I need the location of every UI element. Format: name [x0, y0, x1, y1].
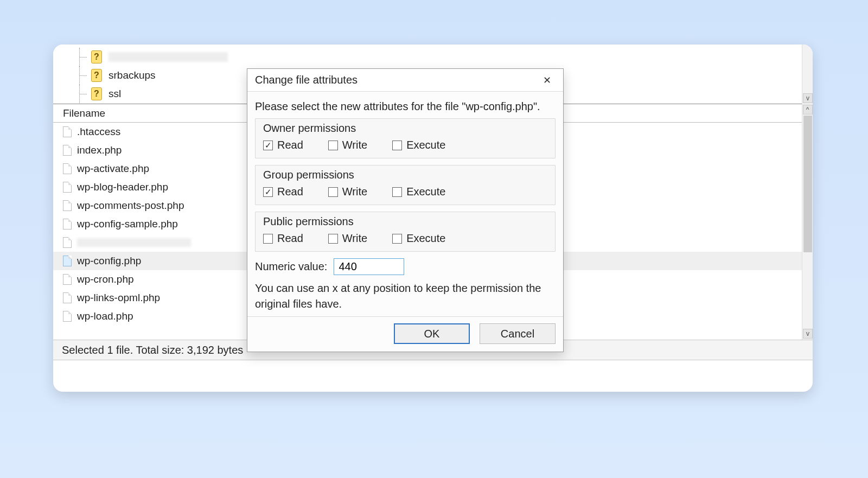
- dialog-titlebar[interactable]: Change file attributes ✕: [247, 69, 563, 92]
- owner-read-checkbox[interactable]: Read: [263, 139, 303, 151]
- file-name: wp-config-sample.php: [77, 218, 178, 230]
- unknown-folder-icon: ?: [91, 50, 102, 63]
- numeric-value-row: Numeric value:: [255, 258, 556, 275]
- checkbox-icon: [392, 141, 402, 150]
- file-icon: [63, 237, 72, 248]
- owner-permissions-group: Owner permissions Read Write Execute: [255, 118, 556, 158]
- file-icon: [63, 126, 72, 137]
- checkbox-icon: [328, 187, 338, 197]
- ok-button[interactable]: OK: [394, 323, 470, 344]
- checkbox-label: Execute: [406, 186, 445, 198]
- scrollbar-thumb[interactable]: [803, 116, 812, 252]
- file-icon: [63, 274, 72, 285]
- group-execute-checkbox[interactable]: Execute: [392, 186, 445, 198]
- button-label: OK: [424, 328, 440, 340]
- owner-execute-checkbox[interactable]: Execute: [392, 139, 445, 151]
- close-icon: ✕: [543, 74, 551, 86]
- tree-branch-icon: [74, 85, 91, 103]
- checkbox-icon: [328, 141, 338, 150]
- checkbox-icon: [263, 141, 273, 150]
- public-write-checkbox[interactable]: Write: [328, 232, 367, 245]
- unknown-folder-icon: ?: [91, 69, 102, 82]
- group-read-checkbox[interactable]: Read: [263, 186, 303, 198]
- scroll-up-icon[interactable]: ^: [803, 105, 813, 114]
- file-icon: [63, 311, 72, 322]
- owner-write-checkbox[interactable]: Write: [328, 139, 367, 151]
- checkbox-label: Write: [342, 186, 367, 198]
- file-icon: [63, 256, 72, 266]
- separator: [247, 316, 563, 317]
- file-icon: [63, 145, 72, 156]
- group-permissions-group: Group permissions Read Write Execute: [255, 165, 556, 205]
- checkbox-icon: [392, 187, 402, 197]
- close-button[interactable]: ✕: [536, 72, 558, 89]
- dialog-instruction: Please select the new attributes for the…: [255, 100, 556, 113]
- public-permissions-group: Public permissions Read Write Execute: [255, 212, 556, 252]
- checkbox-icon: [263, 187, 273, 197]
- dialog-hint: You can use an x at any position to keep…: [255, 281, 556, 312]
- numeric-value-input[interactable]: [334, 258, 404, 275]
- file-name: .htaccess: [77, 126, 120, 138]
- file-name: wp-blog-header.php: [77, 181, 168, 193]
- checkbox-label: Read: [277, 232, 303, 245]
- scroll-down-icon[interactable]: v: [803, 329, 813, 339]
- tree-branch-icon: [74, 66, 91, 85]
- file-name: index.php: [77, 144, 122, 156]
- checkbox-label: Read: [277, 186, 303, 198]
- file-name: wp-load.php: [77, 310, 133, 322]
- file-icon: [63, 163, 72, 174]
- tree-item-label: srbackups: [108, 69, 156, 81]
- group-title: Group permissions: [263, 169, 547, 181]
- tree-item[interactable]: ?: [74, 48, 813, 66]
- file-name: wp-links-opml.php: [77, 292, 160, 304]
- checkbox-icon: [263, 234, 273, 244]
- status-text: Selected 1 file. Total size: 3,192 bytes: [62, 344, 243, 356]
- checkbox-label: Write: [342, 139, 367, 151]
- tree-scrollbar[interactable]: v: [802, 44, 813, 104]
- button-label: Cancel: [501, 328, 534, 340]
- file-name: [77, 238, 191, 247]
- file-icon: [63, 182, 72, 193]
- scroll-down-icon[interactable]: v: [803, 93, 813, 103]
- file-icon: [63, 200, 72, 211]
- file-icon: [63, 292, 72, 303]
- checkbox-label: Execute: [406, 139, 445, 151]
- unknown-folder-icon: ?: [91, 87, 102, 100]
- group-title: Public permissions: [263, 215, 547, 228]
- file-name: wp-comments-post.php: [77, 200, 184, 212]
- tree-branch-icon: [74, 48, 91, 66]
- change-attributes-dialog: Change file attributes ✕ Please select t…: [247, 68, 564, 352]
- dialog-title: Change file attributes: [255, 74, 536, 86]
- file-name: wp-config.php: [77, 255, 141, 267]
- public-execute-checkbox[interactable]: Execute: [392, 232, 445, 245]
- tree-item-label: ssl: [108, 88, 121, 100]
- cancel-button[interactable]: Cancel: [480, 323, 556, 344]
- group-write-checkbox[interactable]: Write: [328, 186, 367, 198]
- checkbox-label: Write: [342, 232, 367, 245]
- file-name: wp-activate.php: [77, 163, 149, 175]
- numeric-value-label: Numeric value:: [255, 260, 327, 273]
- checkbox-label: Read: [277, 139, 303, 151]
- checkbox-icon: [392, 234, 402, 244]
- public-read-checkbox[interactable]: Read: [263, 232, 303, 245]
- group-title: Owner permissions: [263, 122, 547, 135]
- checkbox-icon: [328, 234, 338, 244]
- list-scrollbar[interactable]: ^ v: [802, 104, 813, 340]
- tree-item-label: [108, 52, 228, 62]
- checkbox-label: Execute: [406, 232, 445, 245]
- file-icon: [63, 219, 72, 230]
- file-name: wp-cron.php: [77, 273, 134, 285]
